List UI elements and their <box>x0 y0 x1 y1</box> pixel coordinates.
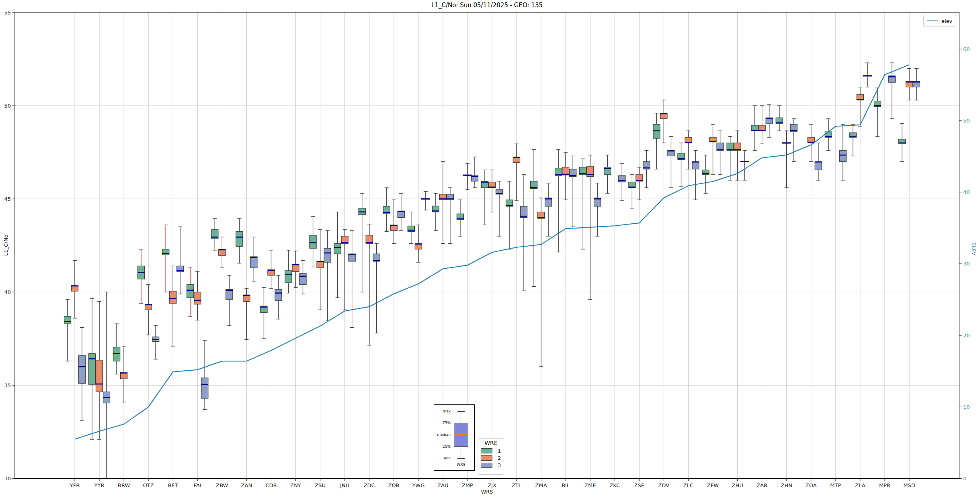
svg-text:BET: BET <box>168 482 178 488</box>
svg-text:ZDV: ZDV <box>658 482 670 488</box>
legend-wre: WRE 1 2 3 <box>478 438 504 475</box>
svg-text:ZLA: ZLA <box>855 482 865 488</box>
svg-text:ZKC: ZKC <box>609 482 620 488</box>
svg-text:ZMA: ZMA <box>535 482 547 488</box>
y-axis-label-right: ELEV <box>971 241 977 257</box>
inset-label-75: 75% <box>435 421 451 425</box>
figure: 3035404550550102030405060YFBYYRBRWOTZBET… <box>0 0 980 498</box>
wre2-label: 2 <box>498 455 501 461</box>
inset-label-25: 25% <box>435 445 451 449</box>
svg-text:YFB: YFB <box>70 482 80 488</box>
svg-text:ZOB: ZOB <box>388 482 400 488</box>
svg-text:OTZ: OTZ <box>143 482 154 488</box>
svg-text:ZBW: ZBW <box>216 482 228 488</box>
svg-text:50: 50 <box>4 103 11 109</box>
svg-text:BIL: BIL <box>562 482 570 488</box>
chart-canvas: 3035404550550102030405060YFBYYRBRWOTZBET… <box>0 0 980 498</box>
svg-text:60: 60 <box>963 46 970 52</box>
svg-text:ZAU: ZAU <box>437 482 448 488</box>
svg-text:20: 20 <box>963 333 970 339</box>
wre3-swatch <box>481 463 492 468</box>
svg-text:ZSE: ZSE <box>634 482 644 488</box>
svg-text:10: 10 <box>963 404 970 410</box>
svg-text:ZHN: ZHN <box>781 482 792 488</box>
inset-label-min: min <box>435 456 451 460</box>
inset-whisker-cap-bottom <box>457 458 465 459</box>
elev-line-swatch <box>927 20 938 21</box>
legend-wre-item-1: 1 <box>481 448 504 453</box>
chart-title: L1_C/No: Sun 05/11/2025 - GEO: 135 <box>15 2 959 9</box>
inset-median-line <box>454 434 468 435</box>
wre3-label: 3 <box>498 462 501 468</box>
legend-elev: elev <box>923 15 956 27</box>
svg-text:ZJX: ZJX <box>488 482 496 488</box>
svg-text:ZSU: ZSU <box>315 482 326 488</box>
inset-label-median: median <box>435 433 451 437</box>
legend-wre-item-2: 2 <box>481 455 504 461</box>
svg-text:YYR: YYR <box>94 482 105 488</box>
svg-text:ZME: ZME <box>584 482 596 488</box>
svg-text:ZAB: ZAB <box>757 482 767 488</box>
inset-xlabel: WRS <box>452 463 470 467</box>
svg-text:55: 55 <box>4 10 11 16</box>
svg-text:BRW: BRW <box>118 482 130 488</box>
svg-text:JNU: JNU <box>340 482 349 488</box>
svg-text:0: 0 <box>963 476 966 482</box>
svg-text:50: 50 <box>963 118 970 124</box>
inset-whisker-cap-top <box>457 411 465 412</box>
wre2-swatch <box>481 455 492 461</box>
svg-text:ZAN: ZAN <box>241 482 252 488</box>
inset-label-max: max <box>435 409 451 413</box>
svg-text:ZMP: ZMP <box>462 482 473 488</box>
wre1-label: 1 <box>498 448 501 454</box>
svg-text:ZOA: ZOA <box>806 482 817 488</box>
svg-text:ZHU: ZHU <box>732 482 743 488</box>
y-axis-label-left: L1_C/No <box>3 232 9 259</box>
svg-text:ZDC: ZDC <box>364 482 375 488</box>
svg-text:35: 35 <box>4 382 11 388</box>
svg-text:ZNY: ZNY <box>290 482 301 488</box>
x-axis-label: WRS <box>15 489 959 495</box>
legend-wre-item-3: 3 <box>481 463 504 468</box>
svg-text:FAI: FAI <box>194 482 201 488</box>
legend-wre-title: WRE <box>478 440 504 446</box>
svg-text:MTP: MTP <box>830 482 841 488</box>
svg-text:ZLC: ZLC <box>683 482 693 488</box>
svg-text:30: 30 <box>963 261 970 267</box>
svg-text:40: 40 <box>963 189 970 195</box>
svg-text:30: 30 <box>4 476 11 482</box>
svg-text:MPR: MPR <box>879 482 890 488</box>
svg-text:ZTL: ZTL <box>512 482 522 488</box>
legend-elev-label: elev <box>941 18 952 24</box>
svg-text:MSD: MSD <box>903 482 915 488</box>
svg-text:YWG: YWG <box>412 482 424 488</box>
inset-boxplot-key: max 75% median 25% min WRS <box>434 404 475 471</box>
wre1-swatch <box>481 448 492 453</box>
svg-text:CDB: CDB <box>265 482 277 488</box>
svg-text:ZFW: ZFW <box>707 482 719 488</box>
svg-text:40: 40 <box>4 289 11 295</box>
svg-text:45: 45 <box>4 196 11 202</box>
